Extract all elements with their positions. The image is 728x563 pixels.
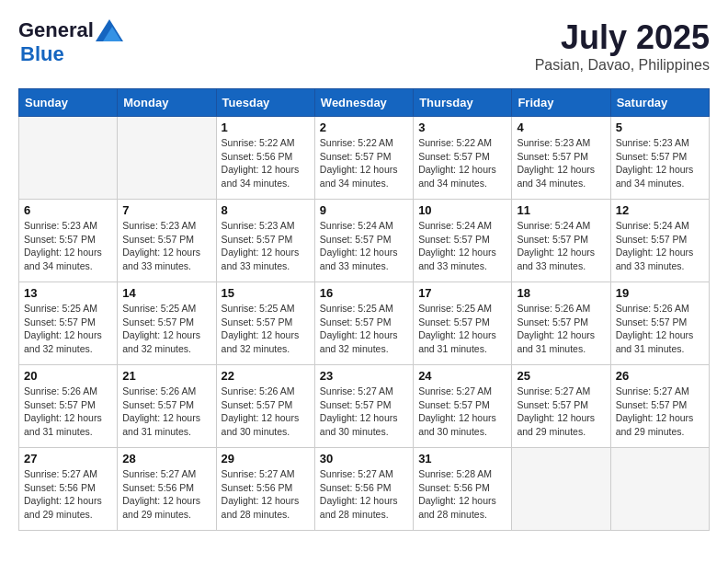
day-number: 11 xyxy=(517,203,605,217)
day-number: 16 xyxy=(320,286,408,300)
day-number: 7 xyxy=(122,203,210,217)
header-sunday: Sunday xyxy=(19,89,118,117)
table-cell: 4Sunrise: 5:23 AMSunset: 5:57 PMDaylight… xyxy=(512,117,610,200)
day-info: Sunrise: 5:23 AMSunset: 5:57 PMDaylight:… xyxy=(24,219,112,273)
day-info: Sunrise: 5:24 AMSunset: 5:57 PMDaylight:… xyxy=(616,219,704,273)
day-number: 15 xyxy=(222,286,310,300)
table-cell: 5Sunrise: 5:23 AMSunset: 5:57 PMDaylight… xyxy=(610,117,709,200)
table-cell: 31Sunrise: 5:28 AMSunset: 5:56 PMDayligh… xyxy=(414,448,512,531)
title-area: July 2025 Pasian, Davao, Philippines xyxy=(535,18,710,74)
day-number: 30 xyxy=(320,452,408,465)
table-cell: 10Sunrise: 5:24 AMSunset: 5:57 PMDayligh… xyxy=(414,200,512,282)
table-cell: 16Sunrise: 5:25 AMSunset: 5:57 PMDayligh… xyxy=(314,282,413,365)
logo: General Blue xyxy=(18,18,123,66)
calendar: Sunday Monday Tuesday Wednesday Thursday… xyxy=(18,88,710,531)
table-cell: 22Sunrise: 5:26 AMSunset: 5:57 PMDayligh… xyxy=(216,365,314,448)
table-cell: 23Sunrise: 5:27 AMSunset: 5:57 PMDayligh… xyxy=(314,365,413,448)
location: Pasian, Davao, Philippines xyxy=(535,57,710,74)
day-number: 26 xyxy=(616,369,704,383)
day-number: 27 xyxy=(24,452,112,465)
table-cell: 7Sunrise: 5:23 AMSunset: 5:57 PMDaylight… xyxy=(118,200,216,282)
logo-icon xyxy=(96,19,123,41)
header-wednesday: Wednesday xyxy=(314,89,413,117)
day-number: 25 xyxy=(517,369,605,383)
table-cell: 1Sunrise: 5:22 AMSunset: 5:56 PMDaylight… xyxy=(216,117,314,200)
header-friday: Friday xyxy=(512,89,610,117)
day-info: Sunrise: 5:25 AMSunset: 5:57 PMDaylight:… xyxy=(122,302,210,356)
table-cell: 2Sunrise: 5:22 AMSunset: 5:57 PMDaylight… xyxy=(314,117,413,200)
week-row-5: 27Sunrise: 5:27 AMSunset: 5:56 PMDayligh… xyxy=(19,448,710,531)
day-number: 3 xyxy=(418,121,506,134)
day-info: Sunrise: 5:24 AMSunset: 5:57 PMDaylight:… xyxy=(517,219,605,273)
day-info: Sunrise: 5:25 AMSunset: 5:57 PMDaylight:… xyxy=(222,302,310,356)
week-row-4: 20Sunrise: 5:26 AMSunset: 5:57 PMDayligh… xyxy=(19,365,710,448)
table-cell xyxy=(118,117,216,200)
day-info: Sunrise: 5:27 AMSunset: 5:56 PMDaylight:… xyxy=(222,467,310,522)
day-number: 20 xyxy=(24,369,112,383)
day-number: 10 xyxy=(418,203,506,217)
day-info: Sunrise: 5:26 AMSunset: 5:57 PMDaylight:… xyxy=(517,302,605,356)
header-monday: Monday xyxy=(118,89,216,117)
table-cell: 11Sunrise: 5:24 AMSunset: 5:57 PMDayligh… xyxy=(512,200,610,282)
table-cell: 3Sunrise: 5:22 AMSunset: 5:57 PMDaylight… xyxy=(414,117,512,200)
day-number: 24 xyxy=(418,369,506,383)
day-info: Sunrise: 5:23 AMSunset: 5:57 PMDaylight:… xyxy=(222,219,310,273)
table-cell: 20Sunrise: 5:26 AMSunset: 5:57 PMDayligh… xyxy=(19,365,118,448)
day-number: 12 xyxy=(616,203,704,217)
day-info: Sunrise: 5:26 AMSunset: 5:57 PMDaylight:… xyxy=(24,385,112,439)
logo-blue: Blue xyxy=(20,42,64,65)
day-info: Sunrise: 5:27 AMSunset: 5:57 PMDaylight:… xyxy=(517,385,605,439)
table-cell: 9Sunrise: 5:24 AMSunset: 5:57 PMDaylight… xyxy=(314,200,413,282)
day-number: 18 xyxy=(517,286,605,300)
header-saturday: Saturday xyxy=(610,89,709,117)
day-info: Sunrise: 5:22 AMSunset: 5:56 PMDaylight:… xyxy=(222,136,310,190)
week-row-1: 1Sunrise: 5:22 AMSunset: 5:56 PMDaylight… xyxy=(19,117,710,200)
day-info: Sunrise: 5:22 AMSunset: 5:57 PMDaylight:… xyxy=(418,136,506,190)
header-tuesday: Tuesday xyxy=(216,89,314,117)
day-info: Sunrise: 5:24 AMSunset: 5:57 PMDaylight:… xyxy=(320,219,408,273)
table-cell: 30Sunrise: 5:27 AMSunset: 5:56 PMDayligh… xyxy=(314,448,413,531)
table-cell xyxy=(610,448,709,531)
calendar-header-row: Sunday Monday Tuesday Wednesday Thursday… xyxy=(19,89,710,117)
day-number: 6 xyxy=(24,203,112,217)
table-cell: 25Sunrise: 5:27 AMSunset: 5:57 PMDayligh… xyxy=(512,365,610,448)
day-number: 5 xyxy=(616,121,704,134)
day-info: Sunrise: 5:27 AMSunset: 5:56 PMDaylight:… xyxy=(24,467,112,522)
day-info: Sunrise: 5:27 AMSunset: 5:56 PMDaylight:… xyxy=(320,467,408,522)
day-info: Sunrise: 5:25 AMSunset: 5:57 PMDaylight:… xyxy=(24,302,112,356)
day-info: Sunrise: 5:27 AMSunset: 5:57 PMDaylight:… xyxy=(320,385,408,439)
table-cell: 19Sunrise: 5:26 AMSunset: 5:57 PMDayligh… xyxy=(610,282,709,365)
day-number: 28 xyxy=(122,452,210,465)
table-cell: 12Sunrise: 5:24 AMSunset: 5:57 PMDayligh… xyxy=(610,200,709,282)
day-number: 1 xyxy=(222,121,310,134)
table-cell: 26Sunrise: 5:27 AMSunset: 5:57 PMDayligh… xyxy=(610,365,709,448)
day-number: 9 xyxy=(320,203,408,217)
day-info: Sunrise: 5:25 AMSunset: 5:57 PMDaylight:… xyxy=(418,302,506,356)
table-cell xyxy=(19,117,118,200)
table-cell: 24Sunrise: 5:27 AMSunset: 5:57 PMDayligh… xyxy=(414,365,512,448)
day-info: Sunrise: 5:24 AMSunset: 5:57 PMDaylight:… xyxy=(418,219,506,273)
day-info: Sunrise: 5:23 AMSunset: 5:57 PMDaylight:… xyxy=(517,136,605,190)
table-cell: 14Sunrise: 5:25 AMSunset: 5:57 PMDayligh… xyxy=(118,282,216,365)
table-cell: 15Sunrise: 5:25 AMSunset: 5:57 PMDayligh… xyxy=(216,282,314,365)
table-cell: 27Sunrise: 5:27 AMSunset: 5:56 PMDayligh… xyxy=(19,448,118,531)
day-info: Sunrise: 5:27 AMSunset: 5:57 PMDaylight:… xyxy=(418,385,506,439)
day-number: 17 xyxy=(418,286,506,300)
day-number: 23 xyxy=(320,369,408,383)
logo-general: General xyxy=(18,18,94,42)
week-row-3: 13Sunrise: 5:25 AMSunset: 5:57 PMDayligh… xyxy=(19,282,710,365)
day-info: Sunrise: 5:26 AMSunset: 5:57 PMDaylight:… xyxy=(616,302,704,356)
day-info: Sunrise: 5:28 AMSunset: 5:56 PMDaylight:… xyxy=(418,467,506,522)
table-cell: 28Sunrise: 5:27 AMSunset: 5:56 PMDayligh… xyxy=(118,448,216,531)
day-info: Sunrise: 5:26 AMSunset: 5:57 PMDaylight:… xyxy=(122,385,210,439)
week-row-2: 6Sunrise: 5:23 AMSunset: 5:57 PMDaylight… xyxy=(19,200,710,282)
day-number: 13 xyxy=(24,286,112,300)
table-cell: 6Sunrise: 5:23 AMSunset: 5:57 PMDaylight… xyxy=(19,200,118,282)
day-info: Sunrise: 5:23 AMSunset: 5:57 PMDaylight:… xyxy=(616,136,704,190)
page-header: General Blue July 2025 Pasian, Davao, Ph… xyxy=(18,18,710,74)
table-cell xyxy=(512,448,610,531)
header-thursday: Thursday xyxy=(414,89,512,117)
day-number: 31 xyxy=(418,452,506,465)
day-info: Sunrise: 5:27 AMSunset: 5:57 PMDaylight:… xyxy=(616,385,704,439)
month-year: July 2025 xyxy=(535,18,710,57)
